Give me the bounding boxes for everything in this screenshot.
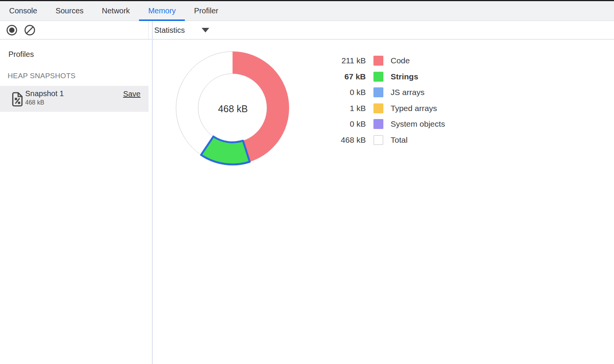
legend-swatch-code xyxy=(373,56,383,66)
profiles-title: Profiles xyxy=(8,50,34,59)
legend-row-typed-arrays[interactable]: 1 kBTyped arrays xyxy=(321,103,445,113)
legend-label: Strings xyxy=(391,72,418,81)
tab-profiler[interactable]: Profiler xyxy=(185,1,227,21)
clear-profiles-button[interactable] xyxy=(24,24,36,36)
legend-row-js-arrays[interactable]: 0 kBJS arrays xyxy=(321,87,445,97)
legend-label: Total xyxy=(391,135,407,145)
legend-swatch-strings xyxy=(373,72,383,82)
perspective-select[interactable]: Statistics xyxy=(154,26,209,35)
tab-memory[interactable]: Memory xyxy=(139,1,185,21)
legend-swatch-js-arrays xyxy=(373,87,383,97)
legend-value: 0 kB xyxy=(321,119,366,129)
legend-row-code[interactable]: 211 kBCode xyxy=(321,56,445,66)
heap-snapshot-file-icon xyxy=(11,92,23,107)
legend-row-strings[interactable]: 67 kBStrings xyxy=(321,72,445,82)
snapshot-name: Snapshot 1 xyxy=(25,89,64,98)
profiles-toolbar xyxy=(0,21,149,39)
legend-swatch-typed-arrays xyxy=(373,103,383,113)
snapshot-list-item[interactable]: Snapshot 1 468 kB Save xyxy=(0,86,149,112)
legend-label: JS arrays xyxy=(391,88,425,97)
dropdown-arrow-icon xyxy=(202,28,209,32)
heap-snapshots-section-title: HEAP SNAPSHOTS xyxy=(8,72,76,80)
legend-swatch-system-objects xyxy=(373,119,383,129)
clear-icon xyxy=(24,24,36,36)
record-heap-snapshot-button[interactable] xyxy=(6,24,18,36)
legend-value: 67 kB xyxy=(321,72,366,81)
snapshot-save-link[interactable]: Save xyxy=(123,90,141,98)
record-icon xyxy=(6,24,18,36)
chart-toolbar: Statistics xyxy=(149,21,614,39)
tab-console[interactable]: Console xyxy=(0,1,46,21)
legend-value: 1 kB xyxy=(321,104,366,113)
chart-legend: 211 kBCode67 kBStrings0 kBJS arrays1 kBT… xyxy=(321,56,445,151)
legend-label: Typed arrays xyxy=(391,104,437,113)
memory-panel-toolbar: Statistics xyxy=(0,21,614,40)
legend-label: System objects xyxy=(391,119,445,129)
tab-network[interactable]: Network xyxy=(93,1,139,21)
legend-row-system-objects[interactable]: 0 kBSystem objects xyxy=(321,119,445,129)
legend-label: Code xyxy=(391,56,410,65)
donut-center-total: 468 kB xyxy=(195,103,271,114)
legend-value: 468 kB xyxy=(321,135,366,145)
legend-row-total[interactable]: 468 kBTotal xyxy=(321,135,445,145)
legend-value: 0 kB xyxy=(321,88,366,97)
legend-value: 211 kB xyxy=(321,56,366,65)
statistics-view: 468 kB 211 kBCode67 kBStrings0 kBJS arra… xyxy=(153,40,614,364)
devtools-tab-bar: ConsoleSourcesNetworkMemoryProfiler xyxy=(0,1,614,21)
tab-sources[interactable]: Sources xyxy=(46,1,92,21)
sidebar-divider[interactable] xyxy=(152,21,153,364)
profiles-sidebar: Profiles HEAP SNAPSHOTS Snapshot 1 468 k… xyxy=(0,40,152,364)
perspective-select-label: Statistics xyxy=(154,26,185,35)
pie-slice-strings[interactable] xyxy=(201,137,250,164)
snapshot-size: 468 kB xyxy=(25,99,44,106)
legend-swatch-total xyxy=(373,135,383,145)
